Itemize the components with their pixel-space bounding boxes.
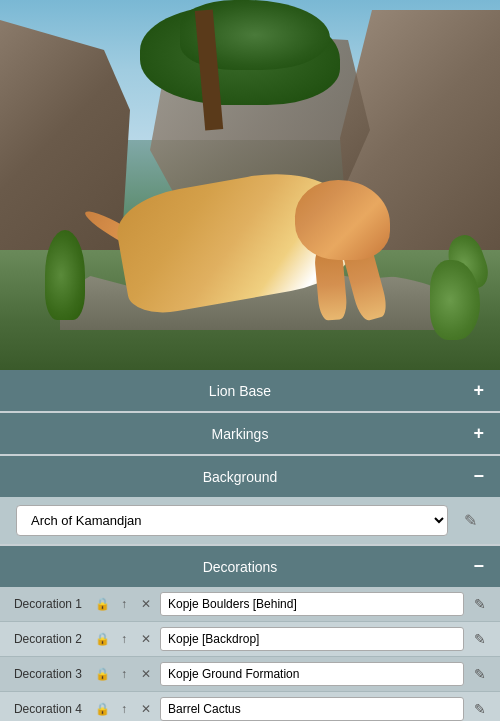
decoration-label-2: Decoration 2 — [8, 632, 88, 646]
move-up-icon-4[interactable]: ↑ — [114, 699, 134, 719]
hero-image — [0, 0, 500, 370]
decorations-content: Decoration 1 🔒 ↑ ✕ ✎ Decoration 2 🔒 ↑ ✕ … — [0, 587, 500, 721]
background-toggle: − — [464, 466, 484, 487]
background-label: Background — [16, 469, 464, 485]
move-up-icon-1[interactable]: ↑ — [114, 594, 134, 614]
decorations-section[interactable]: Decorations − — [0, 546, 500, 587]
remove-icon-1[interactable]: ✕ — [136, 594, 156, 614]
decorations-toggle: − — [464, 556, 484, 577]
background-content: Arch of Kamandjan Savanna Desert ✎ — [0, 497, 500, 544]
decoration-edit-button-1[interactable]: ✎ — [468, 592, 492, 616]
lock-icon-2[interactable]: 🔒 — [92, 629, 112, 649]
background-select[interactable]: Arch of Kamandjan Savanna Desert — [16, 505, 448, 536]
markings-label: Markings — [16, 426, 464, 442]
background-section[interactable]: Background − — [0, 456, 500, 497]
lion-base-label: Lion Base — [16, 383, 464, 399]
move-up-icon-3[interactable]: ↑ — [114, 664, 134, 684]
remove-icon-3[interactable]: ✕ — [136, 664, 156, 684]
decoration-label-3: Decoration 3 — [8, 667, 88, 681]
decorations-label: Decorations — [16, 559, 464, 575]
decoration-input-2[interactable] — [160, 627, 464, 651]
lock-icon-4[interactable]: 🔒 — [92, 699, 112, 719]
decoration-edit-button-2[interactable]: ✎ — [468, 627, 492, 651]
lion-figure — [80, 100, 410, 320]
sections-wrapper: Lion Base + Markings + Background − Arch… — [0, 370, 500, 721]
decoration-input-4[interactable] — [160, 697, 464, 721]
decoration-input-1[interactable] — [160, 592, 464, 616]
remove-icon-4[interactable]: ✕ — [136, 699, 156, 719]
background-palette-button[interactable]: ✎ — [456, 507, 484, 535]
markings-toggle: + — [464, 423, 484, 444]
decoration-row: Decoration 4 🔒 ↑ ✕ ✎ — [0, 692, 500, 721]
cactus-right — [410, 220, 490, 340]
decoration-label-4: Decoration 4 — [8, 702, 88, 716]
lion-base-toggle: + — [464, 380, 484, 401]
decoration-edit-button-4[interactable]: ✎ — [468, 697, 492, 721]
lion-base-section[interactable]: Lion Base + — [0, 370, 500, 411]
move-up-icon-2[interactable]: ↑ — [114, 629, 134, 649]
decoration-edit-button-3[interactable]: ✎ — [468, 662, 492, 686]
lock-icon-1[interactable]: 🔒 — [92, 594, 112, 614]
decoration-label-1: Decoration 1 — [8, 597, 88, 611]
decoration-controls-2: 🔒 ↑ ✕ — [92, 629, 156, 649]
decoration-controls-1: 🔒 ↑ ✕ — [92, 594, 156, 614]
decoration-controls-4: 🔒 ↑ ✕ — [92, 699, 156, 719]
background-select-row: Arch of Kamandjan Savanna Desert ✎ — [16, 505, 484, 536]
lock-icon-3[interactable]: 🔒 — [92, 664, 112, 684]
decoration-row: Decoration 2 🔒 ↑ ✕ ✎ — [0, 622, 500, 657]
decoration-controls-3: 🔒 ↑ ✕ — [92, 664, 156, 684]
remove-icon-2[interactable]: ✕ — [136, 629, 156, 649]
markings-section[interactable]: Markings + — [0, 413, 500, 454]
decoration-row: Decoration 3 🔒 ↑ ✕ ✎ — [0, 657, 500, 692]
decoration-row: Decoration 1 🔒 ↑ ✕ ✎ — [0, 587, 500, 622]
palette-icon: ✎ — [464, 511, 477, 530]
decoration-input-3[interactable] — [160, 662, 464, 686]
